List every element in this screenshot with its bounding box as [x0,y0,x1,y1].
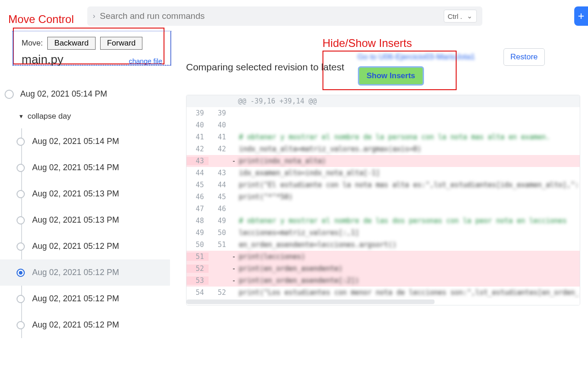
line-number-new: 45 [209,193,231,201]
move-control-panel: Move: Backward Forward main.py change fi… [13,31,171,65]
revision-dot-icon [17,190,25,198]
diff-sign: - [231,264,237,273]
line-number-new: 50 [209,229,231,237]
line-number-old: 47 [187,205,209,213]
revision-label: Aug 02, 2021 05:12 PM [32,268,119,277]
revision-dot-icon [17,269,25,277]
diff-code: print("Los estudiantes con menor nota de… [237,288,580,297]
diff-line: 5051en_orden_asendente=lecciones.argsort… [187,239,580,251]
timeline-head-label: Aug 02, 2021 05:14 PM [20,89,107,99]
annotation-label: Move Control [8,13,74,26]
line-number-old: 54 [187,288,209,297]
diff-code: print(en_orden_asendente) [237,264,580,273]
diff-line: 53-print(en_orden_asendente[:2]) [187,275,580,287]
diff-line: 4544print("El estudiante con la nota mas… [187,179,580,191]
revision-item[interactable]: Aug 02, 2021 05:12 PM [0,233,170,259]
shortcut-hint[interactable]: Ctrl . ⌄ [444,10,477,23]
line-number-new: 44 [209,181,231,189]
revision-label: Aug 02, 2021 05:12 PM [32,320,119,330]
diff-line: 5452print("Los estudiantes con menor not… [187,287,580,299]
revision-label: Aug 02, 2021 05:12 PM [32,242,119,251]
change-file-link[interactable]: change file [129,57,162,65]
diff-line: 4849# obtener y mostrar el nombre de las… [187,215,580,227]
diff-line: 4242indx_nota_alta=matriz_valores.argmax… [187,143,580,155]
revision-list: Aug 02, 2021 05:14 PMAug 02, 2021 05:14 … [0,128,170,338]
line-number-old: 48 [187,217,209,225]
horizontal-scrollbar[interactable] [187,299,580,305]
revision-item[interactable]: Aug 02, 2021 05:12 PM [0,312,170,338]
revision-label: Aug 02, 2021 05:13 PM [32,215,119,225]
move-forward-button[interactable]: Forward [100,37,142,50]
revision-item[interactable]: Aug 02, 2021 05:12 PM [0,286,170,312]
add-button[interactable]: + [574,6,588,26]
revision-item[interactable]: Aug 02, 2021 05:14 PM [0,155,170,181]
line-number-new: 49 [209,217,231,225]
diff-line: 4645print("*"*50) [187,191,580,203]
diff-sign: - [231,157,237,165]
line-number-old: 52 [187,264,209,273]
line-number-old: 41 [187,133,209,141]
plus-icon: + [578,10,584,23]
diff-line: 51-print(lecciones) [187,251,580,263]
line-number-new: 46 [209,205,231,213]
diff-code: print(en_orden_asendente[:2]) [237,276,580,285]
revision-item[interactable]: Aug 02, 2021 05:13 PM [0,207,170,233]
diff-line: 52-print(en_orden_asendente) [187,263,580,275]
revision-label: Aug 02, 2021 05:12 PM [32,294,119,304]
revision-dot-icon [17,321,25,329]
diff-code: print(lecciones) [237,253,580,261]
shortcut-key: . [460,12,462,20]
line-number-new: 51 [209,241,231,249]
line-number-new: 41 [209,133,231,141]
chevron-right-icon: › [93,12,95,20]
goto-link[interactable]: Go to U06-Ejercicio03-MarioJota1 [357,52,475,62]
command-search-input[interactable] [100,11,439,21]
diff-code: indx_nota_alta=matriz_valores.argmax(axi… [237,145,580,153]
line-number-old: 50 [187,241,209,249]
timeline-head[interactable]: Aug 02, 2021 05:14 PM [0,86,170,107]
diff-code: print("*"*50) [237,193,580,201]
restore-button[interactable]: Restore [503,48,545,66]
revision-dot-icon [17,216,25,224]
diff-sign: - [231,276,237,285]
line-number-old: 39 [187,109,209,117]
line-number-old: 44 [187,169,209,177]
revision-item[interactable]: Aug 02, 2021 05:13 PM [0,181,170,207]
diff-code: idx_examen_alto=indx_nota_alta[-1] [237,169,580,177]
revision-dot-icon [17,164,25,172]
move-backward-button[interactable]: Backward [47,37,96,50]
line-number-new: 39 [209,109,231,117]
chevron-down-icon: ⌄ [467,12,473,20]
annotation-label: Hide/Show Inserts [322,37,412,50]
line-number-old: 46 [187,193,209,201]
hunk-text: @@ -39,16 +39,14 @@ [236,97,580,105]
triangle-down-icon: ▼ [18,113,24,120]
line-number-new: 42 [209,145,231,153]
diff-line: 4950lecciones=matriz_valores[:,1] [187,227,580,239]
collapse-label: collapse day [28,112,71,121]
scrollbar-thumb[interactable] [187,299,435,304]
diff-line: 4141# obtener y mostrar el nombre de la … [187,131,580,143]
line-number-old: 51 [187,253,209,261]
diff-code: # obtener y mostrar el nombre de la pers… [237,133,580,141]
diff-line: 3939 [187,107,580,119]
diff-line: 4746 [187,203,580,215]
revision-timeline: Aug 02, 2021 05:14 PM ▼ collapse day Aug… [0,86,170,338]
diff-line: 4443idx_examen_alto=indx_nota_alta[-1] [187,167,580,179]
revision-label: Aug 02, 2021 05:13 PM [32,189,119,199]
compare-title: Comparing selected revision to latest [186,62,344,73]
revision-dot-icon [17,138,25,146]
line-number-old: 49 [187,229,209,237]
revision-item[interactable]: Aug 02, 2021 05:14 PM [0,128,170,155]
show-inserts-button[interactable]: Show Inserts [358,66,424,86]
line-number-new: 40 [209,121,231,129]
move-label: Move: [22,39,43,48]
collapse-day-toggle[interactable]: ▼ collapse day [0,107,170,128]
diff-code: print("El estudiante con la nota mas alt… [237,181,580,189]
line-number-old: 40 [187,121,209,129]
revision-dot-icon [17,295,25,303]
diff-code: print(indx_nota_alta) [237,157,580,165]
revision-label: Aug 02, 2021 05:14 PM [32,163,119,172]
filename-label: main.py [22,52,63,67]
revision-item[interactable]: Aug 02, 2021 05:12 PM [0,259,170,286]
